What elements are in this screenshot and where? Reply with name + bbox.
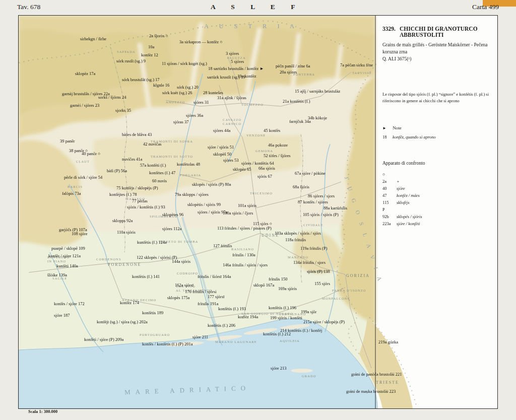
- map-point-label: 77 pèrlas: [132, 199, 148, 203]
- map-point-label: sklopps 92a: [112, 219, 133, 223]
- map-point-label: sjóris (P) 138: [307, 269, 330, 274]
- note-label: Note: [393, 125, 402, 130]
- map-point-label: 67a sjóre / pòkine: [295, 171, 326, 176]
- map-point-label: 18 sartùrks brustulâs / konfèz ►: [208, 66, 264, 71]
- map-point-label: konfèjt (sg.) / sjóra (sg.) 202a: [97, 320, 148, 324]
- map-point-label: 134a frìtulis / sjors: [293, 260, 326, 265]
- map-point-label: sjóres 112a: [162, 227, 181, 231]
- map-point-label: sjóris / konfètis (f.) 93: [127, 205, 165, 209]
- apparato-item: 92bsklopés / sjóris: [382, 214, 493, 219]
- legend-source: Q. ALI 3675(¹): [382, 56, 493, 61]
- map-point-label: 68a šjóris: [293, 185, 309, 189]
- map-point-label: 155 sjórs: [314, 282, 330, 286]
- map-point-label: 7a pèčan sirku fŕne: [340, 63, 373, 67]
- circle-symbol-icon: ○: [382, 172, 493, 177]
- map-point-label: sjorks 35: [115, 108, 131, 113]
- map-point-label: 31a ajînk / šjóras: [217, 96, 246, 100]
- map-point-label: puarpē / sklopē 109: [51, 246, 85, 251]
- map-point-label: konfètolas 48: [177, 162, 200, 167]
- map-point-label: 52 tòfes / šjóres: [264, 154, 291, 158]
- map-point-label: 42 nuvìčas: [143, 142, 162, 147]
- map-point-label: 122 sklopès / sjórisi (P): [137, 255, 177, 260]
- apparato-list: 2a+40sjóre47konfèz / máes115sklofèjsP92b…: [382, 179, 493, 228]
- map-point-label: sórk brustulât (sg.) 17: [122, 78, 160, 82]
- map-point-label: frìtulis / 130a: [232, 253, 255, 257]
- map-point-label: 3a sirkapron — konfèz ○: [179, 40, 222, 44]
- map-point-label: 101a sjóris: [238, 203, 256, 208]
- note-list: 18konfêz, quando si aprono: [382, 134, 493, 139]
- map-point-label: sjóre / sjóris 51: [208, 145, 234, 150]
- map-point-label: 108 sjóre: [72, 232, 87, 236]
- map-point-label: 45 konfès: [264, 128, 280, 133]
- map-point-label: 100a sjóris / čjors: [223, 211, 253, 216]
- map-point-label: 127 frìtulis: [213, 244, 232, 248]
- apparato-item: 47konfèz / máes: [382, 193, 493, 198]
- map-point-label: sjóris 67: [257, 174, 272, 179]
- map-point-label: sjóres 31: [194, 100, 209, 105]
- map-point-label: 10a: [148, 45, 154, 49]
- map-point-label: sjóre 211: [192, 335, 208, 339]
- map-point-label: 11 sjóras / sórk kugèt (sg.): [162, 61, 207, 66]
- map-point-label: sjóre 213: [271, 366, 286, 371]
- legend-note-paragraph: Le risposte del tipo sjóris (f. pl.) “si…: [382, 91, 493, 104]
- map-point-label: 46a pọkoze: [268, 143, 288, 148]
- map-point-label: sórk (sg.) 20: [177, 85, 199, 90]
- map-point-label: 146a frìtulis / sjóris / sjors: [223, 263, 268, 267]
- map-point-label: bàfes de blâva 43: [122, 132, 152, 137]
- map-point-label: konfèz 12: [141, 53, 158, 57]
- map-point-label: sklopèz 17a: [75, 72, 95, 76]
- header: Tav. 678 A S L E F Carta 499: [17, 3, 499, 11]
- map-point-label: pērle di sórk / sjóre 54: [64, 175, 102, 180]
- legend-gloss: Grains de maïs grillés - Geröstete Maisk…: [382, 42, 493, 56]
- map-point-label: sjóres 53: [223, 158, 238, 163]
- map-point-label: frìtulis 150: [269, 277, 288, 282]
- map-point-label: sjóres 44a: [213, 128, 230, 133]
- map-point-label: frìtulis / šiórsī 164a: [198, 274, 231, 279]
- map-point-label: konfètis 189: [142, 311, 163, 315]
- map-point-label: 87 konfès / sjóres: [298, 200, 328, 204]
- map-point-label: falòpis 73a: [62, 191, 81, 196]
- map-point-label: 75 kọnfèjs / sklopèjs (P): [116, 186, 158, 190]
- map-point-label: 199 sjóris / konfèti: [270, 316, 302, 320]
- note-item: 18konfêz, quando si aprono: [382, 134, 493, 139]
- map-point-label: bàfi (P) 56a: [107, 169, 127, 173]
- map-point-label: 176 frìtulis / sjórsi: [185, 290, 217, 294]
- map-point-label: 21a konfètis (f.): [283, 99, 310, 104]
- map-point-label: 20a sjóres: [280, 70, 297, 75]
- atlas-title: A S L E F: [211, 3, 302, 11]
- map-point-label: 3 sjóres: [226, 51, 239, 56]
- legend-note-header: ► Note: [382, 125, 493, 130]
- map-point-label: 177 sjórsī: [208, 295, 224, 299]
- map-point-label: sórk kuèt (sg.) 26: [162, 91, 192, 95]
- map-point-label: 2a šjoros ○: [149, 34, 168, 38]
- legend-title-line2: ABBRUSTOLITI: [400, 32, 443, 38]
- map-point-label: konfètis (f.) 212: [263, 332, 291, 336]
- map-point-label: 28 kuntešes: [203, 91, 223, 95]
- map-point-label: konfēr / sjóre 121a: [48, 254, 81, 258]
- apparato-item: P: [382, 207, 493, 212]
- map-point-label: 169a sjóris: [278, 287, 297, 291]
- map-point-label: 19a konfèz: [237, 74, 256, 79]
- map-point-label: 144a sjóris: [172, 259, 190, 264]
- map-point-label: sjóres 36a: [186, 113, 203, 118]
- map-point-label: 113 frìtules / sjóres / pisares (P): [217, 226, 272, 231]
- apparato-item: 115sklofèjs: [382, 200, 493, 205]
- map-point-label: 162a sjórsī: [175, 283, 194, 288]
- map-point-label: konfès / konfètis (f.) (P) 201a: [142, 342, 193, 346]
- apparato-item: 2a+: [382, 179, 493, 184]
- map-point-label: sórk rustît (sg.) 9: [116, 59, 146, 63]
- map-point-label: konfèti / sjóre (P) 209a: [84, 337, 123, 342]
- scale-label: Scala 1: 300.000: [28, 409, 57, 414]
- map-point-label: 39 panēr: [60, 139, 75, 144]
- map-point-label: sjóres / konfètis 64: [241, 161, 274, 166]
- legend-title: 3329. CHICCHI DI GRANOTURCO ABBRUSTOLITI: [382, 26, 493, 38]
- map-point-label: 110a sjóris: [117, 230, 136, 235]
- map-sheet: + + + + + + + + + + + + + + + + + + + + …: [18, 15, 498, 409]
- map-point-label: kȓgnle 16: [153, 83, 169, 88]
- map-point-label: 60 nuvìs: [152, 179, 167, 183]
- map-point-label: sklopès 175a: [167, 296, 189, 300]
- map-point-label: 79a sklopps / sjóres: [175, 192, 209, 197]
- map-point-label: 5 sjóres: [231, 59, 244, 64]
- map-point-label: konfètis (f.) 193: [218, 307, 246, 311]
- map-point-label: konfètis (f.) 196: [269, 306, 296, 310]
